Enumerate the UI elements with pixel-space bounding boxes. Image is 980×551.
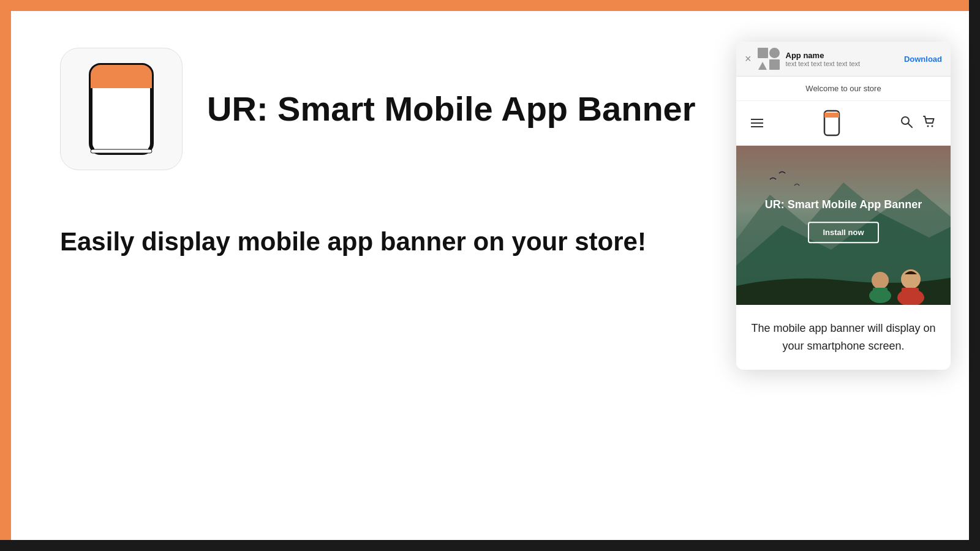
app-title: UR: Smart Mobile App Banner (207, 89, 696, 129)
nav-phone-icon (823, 110, 840, 137)
app-icon-area: UR: Smart Mobile App Banner (60, 48, 699, 170)
banner-app-description: text text text text text text (786, 60, 898, 67)
description-area: The mobile app banner will display on yo… (736, 305, 951, 370)
banner-app-name: App name (786, 51, 898, 60)
welcome-text: Welcome to our store (805, 84, 881, 93)
svg-line-9 (908, 124, 912, 127)
svg-point-14 (872, 272, 889, 289)
hamburger-line-1 (751, 119, 763, 120)
hero-overlay-content: UR: Smart Mobile App Banner Install now (758, 198, 929, 243)
svg-point-11 (932, 125, 933, 127)
banner-close-button[interactable]: × (745, 53, 752, 66)
top-bar-decoration (0, 0, 980, 11)
mobile-nav (736, 101, 951, 146)
svg-rect-2 (91, 78, 152, 88)
description-text: The mobile app banner will display on yo… (751, 320, 936, 355)
icon-rect (769, 59, 780, 70)
svg-rect-4 (91, 149, 152, 153)
svg-rect-15 (873, 288, 888, 300)
banner-app-icon (758, 48, 780, 70)
right-bar-decoration (969, 0, 980, 551)
left-section: UR: Smart Mobile App Banner Easily displ… (11, 11, 736, 540)
hero-area: UR: Smart Mobile App Banner Install now (736, 146, 951, 305)
outer-frame: UR: Smart Mobile App Banner Easily displ… (0, 0, 980, 551)
phone-icon (85, 60, 158, 158)
smart-app-banner: × App name text text text text text text… (736, 42, 951, 77)
install-now-button[interactable]: Install now (808, 222, 878, 244)
svg-point-10 (927, 125, 929, 127)
svg-rect-18 (902, 288, 919, 301)
banner-download-button[interactable]: Download (904, 54, 942, 64)
banner-app-info: App name text text text text text text (786, 51, 898, 67)
hero-overlay-title: UR: Smart Mobile App Banner (758, 198, 929, 212)
left-bar-decoration (0, 0, 11, 551)
hamburger-line-2 (751, 122, 763, 124)
main-content: UR: Smart Mobile App Banner Easily displ… (11, 11, 969, 540)
hamburger-menu-icon[interactable] (751, 119, 763, 127)
bottom-bar-decoration (0, 540, 980, 551)
app-icon-box (60, 48, 183, 170)
search-icon[interactable] (900, 116, 913, 131)
svg-point-8 (902, 117, 909, 124)
hamburger-line-3 (751, 126, 763, 127)
icon-square (758, 48, 768, 58)
svg-rect-7 (824, 113, 839, 116)
nav-icons-right (900, 115, 936, 132)
app-subtitle: Easily display mobile app banner on your… (60, 225, 699, 259)
icon-triangle (758, 62, 767, 70)
right-section: × App name text text text text text text… (736, 11, 969, 540)
welcome-bar: Welcome to our store (736, 77, 951, 101)
icon-circle (769, 48, 780, 58)
svg-rect-3 (94, 88, 148, 149)
browser-window: × App name text text text text text text… (736, 42, 951, 370)
app-title-block: UR: Smart Mobile App Banner (207, 89, 696, 129)
cart-icon[interactable] (922, 115, 936, 132)
